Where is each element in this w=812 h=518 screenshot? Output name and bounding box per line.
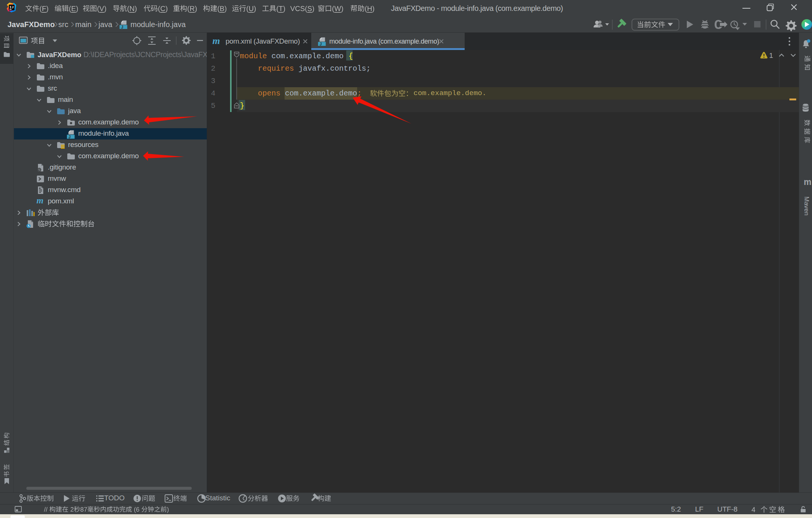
svg-text:IJ: IJ: [9, 5, 14, 9]
svg-text:J: J: [121, 25, 123, 29]
svg-text:1: 1: [769, 51, 773, 59]
svg-text:J: J: [320, 42, 322, 46]
svg-text:J: J: [68, 135, 71, 139]
